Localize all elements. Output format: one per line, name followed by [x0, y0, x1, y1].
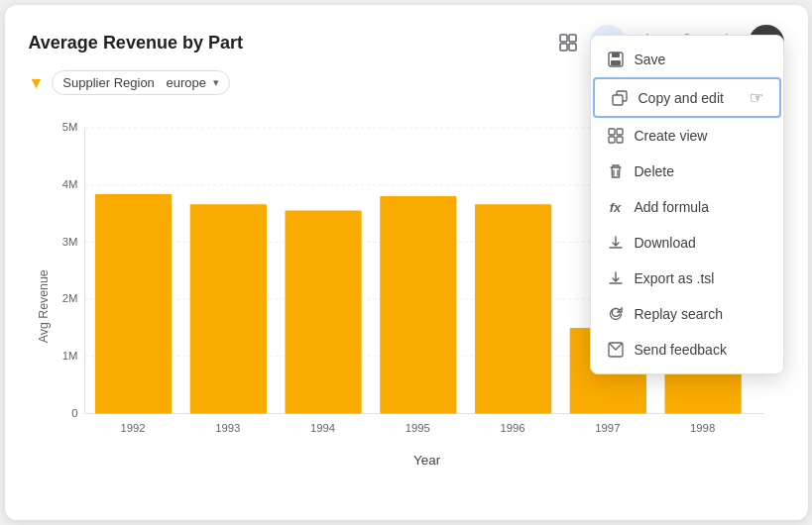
svg-text:1997: 1997	[595, 422, 620, 434]
svg-text:1994: 1994	[309, 422, 334, 434]
svg-rect-0	[560, 35, 567, 42]
copy-and-edit-label: Copy and edit	[638, 90, 740, 106]
bar-1995	[380, 196, 456, 413]
filter-label: Supplier Region	[62, 75, 155, 90]
svg-rect-33	[613, 95, 623, 105]
svg-text:5M: 5M	[61, 121, 77, 133]
svg-text:1M: 1M	[61, 350, 77, 362]
svg-rect-30	[612, 52, 620, 57]
svg-text:1998: 1998	[690, 422, 715, 434]
y-axis-label: Avg Revenue	[36, 269, 50, 343]
create-view-icon	[607, 127, 625, 145]
supplier-region-filter[interactable]: Supplier Region europe ▾	[52, 70, 230, 95]
svg-text:3M: 3M	[61, 236, 77, 248]
send-feedback-label: Send feedback	[635, 342, 767, 358]
cursor-icon: ☞	[750, 88, 763, 107]
svg-rect-31	[611, 60, 621, 65]
export-tsl-label: Export as .tsl	[635, 270, 767, 286]
svg-rect-37	[617, 137, 623, 143]
svg-text:1995: 1995	[405, 422, 429, 434]
main-card: Average Revenue by Part	[5, 5, 808, 520]
delete-label: Delete	[635, 163, 767, 179]
svg-text:2M: 2M	[61, 292, 77, 304]
filter-value: europe	[166, 75, 205, 90]
menu-item-export-tsl[interactable]: Export as .tsl	[591, 261, 783, 296]
create-view-label: Create view	[635, 128, 767, 144]
svg-text:1993: 1993	[215, 422, 240, 434]
save-label: Save	[635, 52, 767, 67]
svg-rect-1	[569, 35, 576, 42]
menu-item-replay-search[interactable]: Replay search	[591, 296, 783, 332]
page-title: Average Revenue by Part	[29, 33, 243, 53]
table-icon	[559, 34, 577, 52]
svg-text:1996: 1996	[500, 422, 524, 434]
download-label: Download	[635, 235, 767, 251]
replay-search-label: Replay search	[635, 306, 767, 322]
download-icon	[607, 234, 625, 252]
bar-1996	[474, 204, 550, 413]
svg-text:4M: 4M	[61, 178, 77, 190]
svg-rect-36	[609, 137, 615, 143]
menu-item-create-view[interactable]: Create view	[591, 118, 783, 154]
dropdown-menu: Save Copy and edit ☞	[590, 35, 784, 374]
svg-rect-34	[609, 129, 615, 135]
svg-rect-35	[617, 129, 623, 135]
menu-item-save[interactable]: Save	[591, 42, 783, 77]
x-axis-label: Year	[413, 453, 441, 468]
svg-rect-2	[560, 44, 567, 51]
menu-item-delete[interactable]: Delete	[591, 154, 783, 189]
menu-item-send-feedback[interactable]: Send feedback	[591, 332, 783, 368]
bar-1993	[189, 204, 266, 413]
delete-icon	[607, 162, 625, 180]
add-formula-label: Add formula	[635, 199, 767, 215]
replay-icon	[607, 305, 625, 323]
save-icon	[607, 51, 625, 68]
filter-icon: ▼	[29, 74, 45, 92]
filter-chevron: ▾	[213, 76, 219, 89]
bar-1994	[285, 211, 361, 414]
svg-text:0: 0	[71, 407, 77, 419]
export-tsl-icon	[607, 269, 625, 287]
menu-item-add-formula[interactable]: fx Add formula	[591, 189, 783, 225]
svg-rect-3	[569, 44, 576, 51]
copy-icon	[611, 89, 629, 107]
svg-text:1992: 1992	[120, 422, 145, 434]
bar-1992	[94, 194, 171, 413]
menu-item-download[interactable]: Download	[591, 225, 783, 261]
table-view-button[interactable]	[550, 25, 586, 60]
menu-item-copy-and-edit[interactable]: Copy and edit ☞	[593, 77, 781, 118]
formula-icon: fx	[607, 198, 625, 216]
feedback-icon	[607, 341, 625, 359]
